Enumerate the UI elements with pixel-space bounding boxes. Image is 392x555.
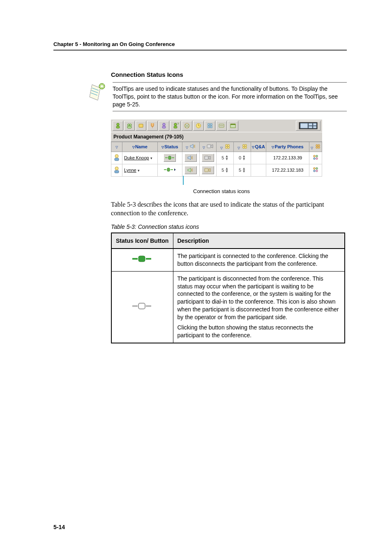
spin1-cell[interactable]: 5▲▼ xyxy=(217,152,234,164)
svg-point-49 xyxy=(244,145,247,147)
spin2-cell[interactable]: 5▲▼ xyxy=(234,164,251,176)
col-audio-header[interactable]: ▽ xyxy=(182,142,200,152)
svg-point-32 xyxy=(222,125,223,126)
toolbar-button-1[interactable] xyxy=(113,121,123,131)
col-name-header[interactable]: ▽Name xyxy=(122,142,158,152)
svg-rect-81 xyxy=(138,256,145,262)
svg-point-77 xyxy=(316,168,318,170)
svg-point-52 xyxy=(316,145,318,147)
figure-screenshot: ? xyxy=(111,120,322,177)
participant-name-cell[interactable]: Lynne ▾ xyxy=(122,164,158,176)
svg-point-44 xyxy=(225,145,227,147)
svg-rect-63 xyxy=(205,156,208,159)
svg-point-66 xyxy=(314,158,316,160)
table-title: Table 5-3: Connection status icons xyxy=(111,223,347,230)
spin-value: 5 xyxy=(221,168,224,173)
callout-line xyxy=(183,176,184,185)
desc-row: The participant is disconnected from the… xyxy=(111,271,345,343)
user-head-icon xyxy=(113,166,120,173)
desc-head-col1: Status Icon/ Button xyxy=(111,233,173,249)
svg-point-18 xyxy=(188,124,189,125)
toolbar-button-6[interactable]: ? xyxy=(170,121,181,131)
desc-text: The participant is connected to the conf… xyxy=(173,249,345,271)
svg-rect-80 xyxy=(132,258,138,260)
svg-rect-84 xyxy=(138,303,145,309)
svg-point-64 xyxy=(314,155,316,157)
svg-rect-71 xyxy=(167,168,170,171)
toolbar-button-4[interactable] xyxy=(147,121,158,131)
spin-value: 0 xyxy=(239,155,241,160)
toolbar-button-11[interactable] xyxy=(228,121,238,131)
svg-point-21 xyxy=(187,125,187,126)
svg-point-17 xyxy=(185,124,186,125)
spin2-cell[interactable]: 0▲▼ xyxy=(234,152,251,164)
audio-cell[interactable] xyxy=(182,152,200,164)
col-status-label: Status xyxy=(164,144,178,149)
status-connected-icon[interactable] xyxy=(164,167,175,172)
participant-name: Lynne xyxy=(124,168,136,173)
svg-point-48 xyxy=(242,145,244,147)
note-text: ToolTips are used to indicate statuses a… xyxy=(113,82,347,111)
col-end-header[interactable]: ▽ xyxy=(309,142,322,152)
table-row: Duke Knoop ▾ 5▲▼ 0▲▼ xyxy=(111,152,322,164)
svg-point-79 xyxy=(316,170,318,172)
svg-point-76 xyxy=(314,168,316,170)
status-cell[interactable] xyxy=(157,164,182,176)
toolbar-button-10[interactable] xyxy=(216,121,227,131)
connected-status-icon xyxy=(111,249,173,271)
disconnected-status-icon xyxy=(111,271,173,343)
desc-paragraph: The participant is disconnected from the… xyxy=(178,275,341,321)
participant-name-cell[interactable]: Duke Knoop ▾ xyxy=(122,152,158,164)
spin1-cell[interactable]: 5▲▼ xyxy=(217,164,234,176)
svg-rect-40 xyxy=(313,126,316,128)
svg-point-30 xyxy=(220,125,221,126)
toolbar-button-2[interactable] xyxy=(124,121,135,131)
toolbar-button-7[interactable] xyxy=(182,121,192,131)
page-number: 5-14 xyxy=(53,524,65,530)
end-icon-cell[interactable] xyxy=(309,164,322,176)
svg-point-47 xyxy=(227,147,229,149)
user-icon-cell xyxy=(111,164,122,176)
participant-name: Duke Knoop xyxy=(124,155,149,160)
col-qa-header[interactable]: ▽Q&A xyxy=(251,142,266,152)
video-cell[interactable] xyxy=(199,152,217,164)
toolbar-video-layout[interactable] xyxy=(296,121,321,131)
svg-point-50 xyxy=(242,147,244,149)
spin-value: 5 xyxy=(239,168,241,173)
svg-rect-9 xyxy=(139,124,143,127)
col-partyphones-header[interactable]: ▽Party Phones xyxy=(266,142,309,152)
col-video-header[interactable]: ▽ xyxy=(199,142,217,152)
qa-cell xyxy=(251,164,266,176)
audio-cell[interactable] xyxy=(182,164,200,176)
svg-rect-72 xyxy=(171,169,173,170)
end-icon-cell[interactable] xyxy=(309,152,322,164)
toolbar-button-5[interactable] xyxy=(159,121,169,131)
svg-point-45 xyxy=(227,145,229,147)
table-row: Lynne ▾ 5▲▼ 5▲▼ xyxy=(111,164,322,176)
desc-paragraph: Clicking the button showing the status r… xyxy=(178,324,341,339)
toolbar-button-3[interactable] xyxy=(136,121,146,131)
svg-rect-27 xyxy=(208,126,210,128)
table-header-row: ▽ ▽Name ▽Status ▽ ▽ ▽ ▽ xyxy=(111,142,322,152)
svg-rect-60 xyxy=(172,157,174,158)
svg-rect-5 xyxy=(116,126,120,128)
svg-rect-34 xyxy=(231,124,235,125)
svg-rect-43 xyxy=(207,145,211,148)
svg-point-78 xyxy=(314,170,316,172)
col-status-header[interactable]: ▽Status xyxy=(157,142,182,152)
svg-rect-59 xyxy=(168,156,171,159)
svg-rect-70 xyxy=(164,169,166,170)
toolbar-button-9[interactable] xyxy=(205,121,215,131)
toolbar-button-8[interactable] xyxy=(193,121,204,131)
desc-row: The participant is connected to the conf… xyxy=(111,249,345,271)
col-layout2-header[interactable]: ▽ xyxy=(234,142,251,152)
col-sort-user[interactable]: ▽ xyxy=(111,142,122,152)
video-cell[interactable] xyxy=(199,164,217,176)
desc-head-col2: Description xyxy=(173,233,345,249)
status-connected-icon[interactable] xyxy=(164,154,176,162)
svg-rect-14 xyxy=(174,126,177,128)
svg-rect-38 xyxy=(313,123,316,126)
svg-point-13 xyxy=(174,123,177,125)
col-layout1-header[interactable]: ▽ xyxy=(217,142,234,152)
status-cell[interactable] xyxy=(157,152,182,164)
